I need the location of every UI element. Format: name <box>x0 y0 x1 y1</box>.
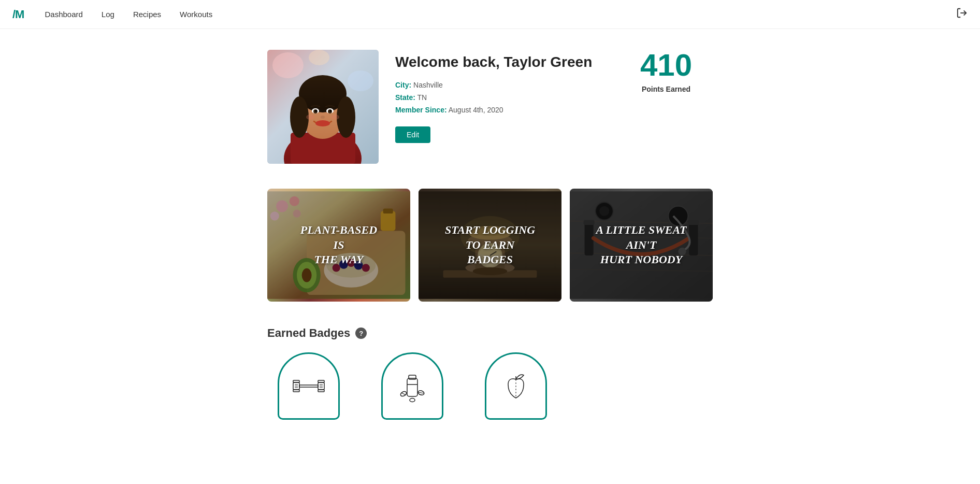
svg-line-87 <box>401 393 406 395</box>
svg-point-36 <box>270 211 279 220</box>
state-value: TN <box>417 93 427 102</box>
svg-point-11 <box>337 96 355 138</box>
city-label: City: <box>395 81 411 89</box>
svg-point-21 <box>331 115 339 120</box>
city-field: City: Nashville <box>395 81 603 89</box>
svg-point-20 <box>306 115 314 120</box>
state-field: State: TN <box>395 93 603 102</box>
member-since-field: Member Since: August 4th, 2020 <box>395 106 603 114</box>
badge-icon-wrapper-barbell <box>278 352 340 420</box>
svg-rect-71 <box>293 380 299 382</box>
navigation: /M Dashboard Log Recipes Workouts <box>0 0 980 29</box>
nav-dashboard[interactable]: Dashboard <box>45 10 82 19</box>
banner-card-plant[interactable]: PLANT-BASEDISTHE WAY <box>267 189 410 302</box>
logout-icon[interactable] <box>956 7 968 21</box>
svg-rect-75 <box>318 380 324 382</box>
barbell-icon <box>291 368 327 404</box>
svg-rect-84 <box>409 375 416 379</box>
svg-point-16 <box>315 110 317 112</box>
plant-icon <box>498 368 534 404</box>
badge-item-plant <box>474 352 557 420</box>
welcome-heading: Welcome back, Taylor Green <box>395 54 603 70</box>
svg-line-89 <box>419 392 424 393</box>
banner-card-sweat[interactable]: A LITTLE SWEATAIN'THURT NOBODY <box>570 189 713 302</box>
edit-button[interactable]: Edit <box>395 126 430 143</box>
profile-info: Welcome back, Taylor Green City: Nashvil… <box>395 50 603 143</box>
svg-rect-72 <box>293 390 299 392</box>
svg-point-3 <box>348 70 373 91</box>
points-label: Points Earned <box>642 85 690 93</box>
svg-point-90 <box>410 398 415 402</box>
card-text-plant: PLANT-BASEDISTHE WAY <box>294 217 383 274</box>
nav-links: Dashboard Log Recipes Workouts <box>45 10 956 19</box>
card-text-logging: START LOGGINGTO EARNBADGES <box>439 217 541 274</box>
card-text-sweat: A LITTLE SWEATAIN'THURT NOBODY <box>590 217 693 274</box>
nav-log[interactable]: Log <box>102 10 114 19</box>
badge-item-barbell <box>267 352 350 420</box>
svg-point-66 <box>599 206 609 216</box>
svg-point-19 <box>321 116 325 119</box>
member-since-label: Member Since: <box>395 106 447 114</box>
svg-rect-76 <box>318 390 324 392</box>
city-value: Nashville <box>413 81 443 89</box>
svg-point-10 <box>290 96 309 138</box>
points-section: 410 Points Earned <box>619 50 713 93</box>
svg-point-2 <box>272 52 304 78</box>
state-label: State: <box>395 93 415 102</box>
supplements-icon <box>394 368 430 404</box>
nav-workouts[interactable]: Workouts <box>180 10 212 19</box>
earned-badges-section: Earned Badges ? <box>267 326 713 420</box>
main-content: Welcome back, Taylor Green City: Nashvil… <box>257 50 723 451</box>
svg-point-17 <box>329 110 332 112</box>
help-icon[interactable]: ? <box>355 328 367 339</box>
svg-point-34 <box>276 200 288 212</box>
nav-recipes[interactable]: Recipes <box>133 10 161 19</box>
badges-row <box>267 352 713 420</box>
avatar <box>267 50 379 164</box>
svg-point-4 <box>309 50 329 65</box>
logo: /M <box>12 8 24 21</box>
earned-badges-title: Earned Badges ? <box>267 326 367 340</box>
svg-rect-83 <box>407 378 417 396</box>
member-since-value: August 4th, 2020 <box>449 106 503 114</box>
banner-card-logging[interactable]: START LOGGINGTO EARNBADGES <box>419 189 561 302</box>
svg-point-35 <box>290 196 299 206</box>
svg-rect-73 <box>299 385 318 387</box>
banner-cards: PLANT-BASEDISTHE WAY <box>267 189 713 302</box>
svg-rect-39 <box>383 209 393 214</box>
points-value: 410 <box>640 50 692 81</box>
svg-point-18 <box>315 120 330 126</box>
badge-icon-wrapper-plant <box>485 352 547 420</box>
badge-icon-wrapper-supplements <box>381 352 443 420</box>
profile-section: Welcome back, Taylor Green City: Nashvil… <box>267 50 713 164</box>
badge-item-supplements <box>371 352 454 420</box>
